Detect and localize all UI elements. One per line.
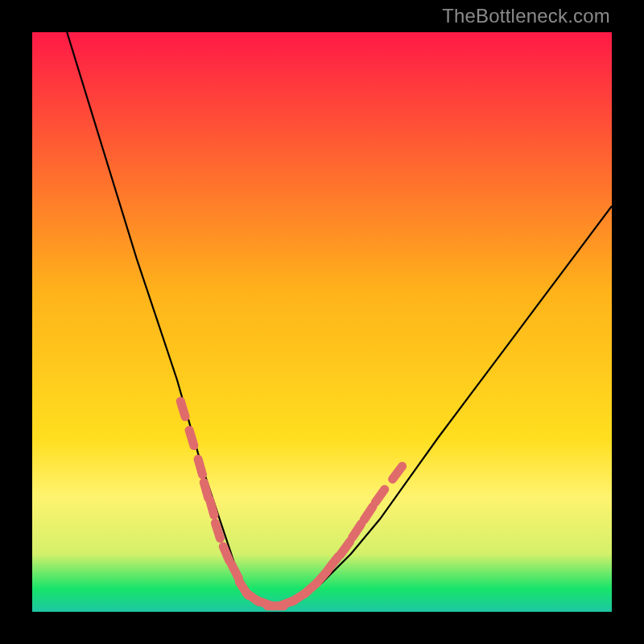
marker-segment: [353, 524, 361, 538]
attribution-label: TheBottleneck.com: [442, 5, 610, 27]
marker-segment: [316, 571, 327, 583]
marker-segment: [189, 430, 194, 445]
plot-area: [32, 32, 612, 612]
marker-segment: [393, 466, 402, 479]
marker-segment: [341, 542, 350, 555]
marker-segment: [215, 523, 220, 539]
marker-segment: [232, 564, 239, 579]
chart-frame: TheBottleneck.com: [0, 0, 644, 644]
marker-segment: [204, 482, 208, 497]
marker-segment: [223, 547, 229, 561]
marker-segment: [210, 500, 214, 515]
curve-markers: [180, 401, 402, 605]
curve-layer: [32, 32, 612, 612]
marker-segment: [364, 506, 373, 520]
marker-segment: [198, 459, 202, 474]
bottleneck-curve: [67, 32, 612, 606]
marker-segment: [375, 489, 385, 502]
marker-segment: [180, 401, 185, 416]
